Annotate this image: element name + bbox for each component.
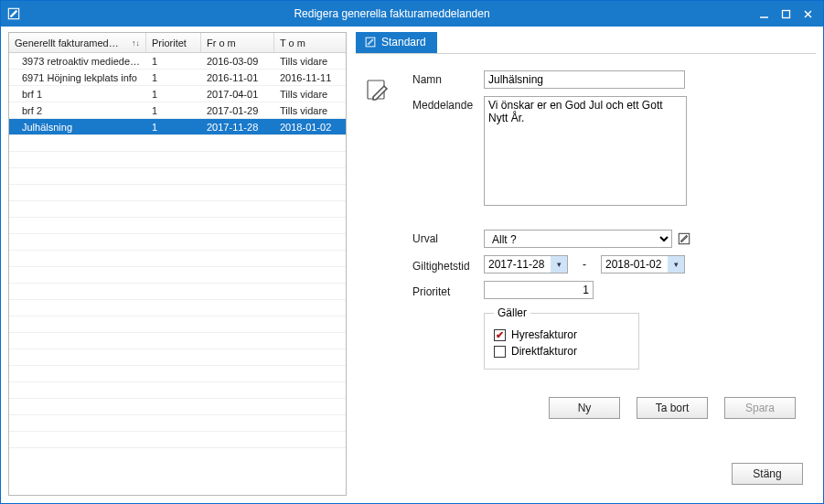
detail-panel: Standard Namn Meddelande [356, 32, 816, 496]
meddelande-textarea[interactable] [484, 96, 687, 206]
cell-to: Tills vidare [274, 89, 346, 100]
table-row [9, 251, 346, 267]
table-header: Generellt fakturamed… ↑↓ Prioritet Fr o … [9, 33, 346, 53]
tab-bar: Standard [356, 32, 816, 54]
tab-standard-label: Standard [381, 36, 426, 48]
cell-name: brf 1 [9, 89, 146, 100]
col-header-name[interactable]: Generellt fakturamed… ↑↓ [9, 33, 146, 52]
table-row[interactable]: 3973 retroaktiv mediede…12016-03-09Tills… [9, 53, 346, 70]
cell-name: Julhälsning [9, 122, 146, 133]
stang-button[interactable]: Stäng [732, 463, 803, 485]
row-meddelande: Meddelande [412, 96, 799, 206]
form-area: Namn Meddelande Urval Allt ? [356, 54, 816, 456]
label-giltighetstid: Giltighetstid [412, 257, 484, 273]
row-galler: Gäller ✔ Hyresfakturor Direktfakturor [484, 306, 799, 370]
direktfakturor-label: Direktfakturor [511, 345, 577, 358]
spara-button[interactable]: Spara [724, 397, 796, 419]
galler-group: Gäller ✔ Hyresfakturor Direktfakturor [484, 306, 639, 370]
svg-rect-5 [366, 38, 375, 47]
col-header-to[interactable]: T o m [274, 33, 348, 52]
table-row[interactable]: brf 212017-01-29Tills vidare [9, 102, 346, 119]
table-row [9, 284, 346, 300]
col-header-priority-label: Prioritet [152, 38, 187, 48]
cell-name: brf 2 [9, 105, 146, 116]
table-row [9, 300, 346, 316]
close-button[interactable] [801, 7, 814, 20]
window-controls [757, 7, 823, 20]
chevron-down-icon[interactable]: ▾ [668, 256, 684, 273]
table-row [9, 201, 346, 218]
cell-name: 3973 retroaktiv mediede… [9, 56, 146, 67]
hyresfakturor-row[interactable]: ✔ Hyresfakturor [494, 328, 629, 341]
cell-to: Tills vidare [274, 105, 346, 116]
table-row [9, 316, 346, 333]
urval-edit-button[interactable] [676, 231, 692, 247]
from-date-picker[interactable]: ▾ [484, 255, 568, 273]
to-date-picker[interactable]: ▾ [601, 255, 685, 273]
svg-rect-7 [679, 233, 689, 243]
direktfakturor-row[interactable]: Direktfakturor [494, 345, 629, 358]
svg-rect-0 [8, 8, 18, 18]
from-date-input[interactable] [485, 258, 551, 271]
col-header-from[interactable]: Fr o m [201, 33, 274, 52]
sort-asc-icon: ↑↓ [132, 38, 140, 48]
table-row [9, 432, 346, 448]
table-row[interactable]: Julhälsning12017-11-282018-01-02 [9, 119, 346, 135]
prioritet-input[interactable] [484, 281, 594, 299]
table-row [9, 267, 346, 284]
row-urval: Urval Allt ? [412, 230, 799, 248]
col-header-name-label: Generellt fakturamed… [15, 38, 119, 48]
cell-from: 2017-11-28 [201, 122, 274, 133]
window-title: Redigera generella fakturameddelanden [27, 7, 757, 20]
cell-to: 2018-01-02 [274, 122, 346, 133]
cell-from: 2016-11-01 [201, 72, 274, 83]
cell-to: Tills vidare [274, 56, 346, 67]
to-date-input[interactable] [602, 258, 668, 271]
cell-priority: 1 [146, 122, 201, 133]
table-row [9, 218, 346, 234]
cell-from: 2017-04-01 [201, 89, 274, 100]
row-giltighetstid: Giltighetstid ▾ - ▾ [412, 255, 799, 273]
hyresfakturor-label: Hyresfakturor [511, 328, 577, 341]
edit-icon [1, 1, 27, 27]
row-namn: Namn [412, 70, 799, 89]
col-header-priority[interactable]: Prioritet [146, 33, 201, 52]
cell-from: 2017-01-29 [201, 105, 274, 116]
row-prioritet: Prioritet [412, 281, 799, 299]
hyresfakturor-checkbox[interactable]: ✔ [494, 329, 506, 341]
col-header-to-label: T o m [280, 38, 305, 48]
table-row [9, 135, 346, 152]
table-row [9, 152, 346, 168]
message-list-panel: Generellt fakturamed… ↑↓ Prioritet Fr o … [8, 32, 347, 496]
chevron-down-icon[interactable]: ▾ [551, 256, 567, 273]
tabort-button[interactable]: Ta bort [637, 397, 708, 419]
form-actions: Ny Ta bort Spara [367, 397, 799, 419]
table-row [9, 185, 346, 201]
content-area: Generellt fakturamed… ↑↓ Prioritet Fr o … [1, 27, 823, 503]
cell-priority: 1 [146, 89, 201, 100]
title-bar: Redigera generella fakturameddelanden [1, 1, 823, 27]
maximize-button[interactable] [779, 7, 792, 20]
direktfakturor-checkbox[interactable] [494, 346, 506, 358]
cell-name: 6971 Höjning lekplats info [9, 72, 146, 83]
table-row [9, 333, 346, 349]
table-row [9, 366, 346, 382]
table-row[interactable]: brf 112017-04-01Tills vidare [9, 86, 346, 102]
label-namn: Namn [412, 70, 484, 86]
minimize-button[interactable] [757, 7, 770, 20]
table-row[interactable]: 6971 Höjning lekplats info12016-11-01201… [9, 70, 346, 86]
tab-standard[interactable]: Standard [356, 32, 437, 53]
cell-priority: 1 [146, 105, 201, 116]
col-header-from-label: Fr o m [207, 38, 236, 48]
namn-input[interactable] [484, 70, 685, 89]
form-edit-icon [365, 76, 391, 102]
cell-to: 2016-11-11 [274, 72, 346, 83]
label-galler: Gäller [494, 306, 530, 319]
urval-select[interactable]: Allt ? [484, 230, 672, 248]
label-urval: Urval [412, 230, 484, 245]
table-row [9, 415, 346, 432]
label-meddelande: Meddelande [412, 96, 484, 112]
table-row [9, 168, 346, 185]
ny-button[interactable]: Ny [549, 397, 620, 419]
table-row [9, 234, 346, 251]
